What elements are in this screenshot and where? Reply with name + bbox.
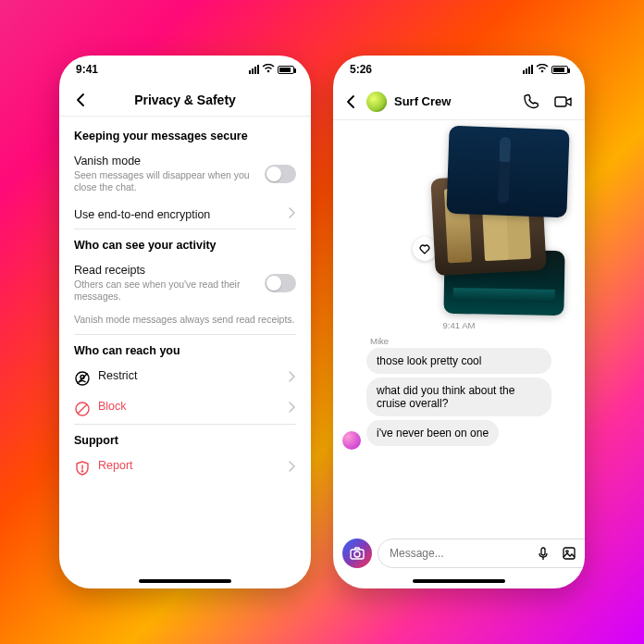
vanish-label: Vanish mode [74,155,255,167]
section-reach: Who can reach you [74,344,296,357]
camera-button[interactable] [342,539,372,568]
battery-icon [278,66,294,74]
signal-icon [249,65,259,74]
photo-1[interactable] [446,126,569,217]
status-bar: 5:26 [333,56,585,83]
status-time: 9:41 [76,63,98,76]
svg-line-5 [78,404,87,414]
wifi-icon [262,63,275,76]
wifi-icon [536,63,549,76]
phone-chat: 5:26 Surf Crew [333,56,585,588]
section-support: Support [74,434,296,447]
section-secure: Keeping your messages secure [74,130,296,142]
row-vanish-mode[interactable]: Vanish mode Seen messages will disappear… [74,148,296,200]
sticker-button[interactable] [584,541,585,565]
svg-rect-9 [555,97,566,106]
gradient-stage: 9:41 Privacy & Safety Keeping your messa… [0,0,644,644]
battery-icon [551,66,568,74]
read-sub: Others can see when you've read their me… [74,279,255,303]
row-report[interactable]: Report [74,452,296,483]
read-note: Vanish mode messages always send read re… [74,310,296,335]
restrict-label: Restrict [98,369,137,382]
svg-point-8 [541,70,544,73]
block-icon [74,401,91,417]
restrict-icon [74,370,91,387]
message-bubble[interactable]: those look pretty cool [366,348,551,374]
report-icon [74,460,91,477]
row-restrict[interactable]: Restrict [74,363,296,393]
compose-pill[interactable] [378,539,585,568]
message-bubble[interactable]: what did you think about the cruise over… [366,378,551,416]
audio-call-button[interactable] [522,93,540,111]
svg-point-11 [354,551,360,557]
row-read-receipts[interactable]: Read receipts Others can see when you've… [74,257,296,309]
video-call-button[interactable] [553,93,574,111]
signal-icon [523,65,533,74]
voice-button[interactable] [532,542,554,564]
vanish-toggle[interactable] [265,165,296,183]
page-title: Privacy & Safety [134,93,236,107]
back-button[interactable] [70,89,93,111]
block-label: Block [98,400,127,413]
home-indicator [413,579,505,583]
message-bubble[interactable]: i've never been on one [366,420,499,446]
chevron-right-icon [287,460,296,476]
svg-rect-14 [564,548,575,559]
settings-content: Keeping your messages secure Vanish mode… [59,117,311,588]
e2e-label: Use end-to-end encryption [74,208,210,221]
chat-timestamp: 9:41 AM [342,320,576,330]
row-e2e[interactable]: Use end-to-end encryption [74,200,296,229]
sender-avatar[interactable] [342,431,361,450]
photo-stack[interactable] [402,128,568,313]
chevron-right-icon [287,206,296,222]
chat-title[interactable]: Surf Crew [394,94,514,108]
chevron-right-icon [287,370,296,386]
phone-privacy: 9:41 Privacy & Safety Keeping your messa… [59,56,311,588]
report-label: Report [98,459,133,472]
section-activity: Who can see your activity [74,239,296,252]
status-time: 5:26 [350,63,372,76]
svg-point-15 [566,551,568,552]
back-button[interactable] [344,94,359,109]
read-toggle[interactable] [265,274,296,292]
chat-header: Surf Crew [333,83,585,120]
svg-rect-12 [541,548,545,555]
read-label: Read receipts [74,264,255,277]
status-indicators [523,63,568,76]
chat-avatar[interactable] [366,92,387,112]
sender-name: Mike [370,336,576,346]
svg-point-7 [81,470,83,472]
row-block[interactable]: Block [74,393,296,425]
status-indicators [249,63,294,76]
message-input[interactable] [390,547,528,560]
nav-bar: Privacy & Safety [59,83,311,117]
svg-point-0 [267,70,270,73]
vanish-sub: Seen messages will disappear when you cl… [74,169,255,193]
home-indicator [139,579,231,583]
status-bar: 9:41 [59,56,311,83]
gallery-button[interactable] [558,542,580,564]
chevron-right-icon [287,401,296,416]
chat-body[interactable]: 9:41 AM Mike those look pretty cool what… [333,120,585,533]
